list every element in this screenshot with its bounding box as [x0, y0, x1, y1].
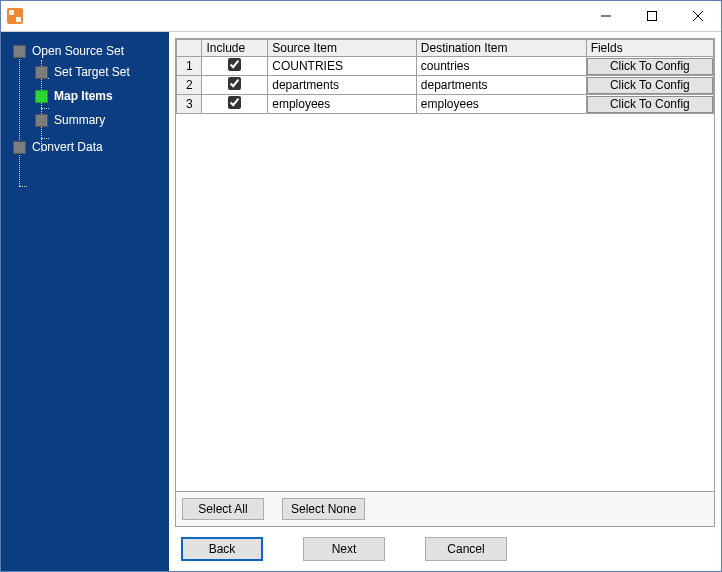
back-button[interactable]: Back	[181, 537, 263, 561]
step-label: Map Items	[54, 89, 113, 103]
step-label: Convert Data	[32, 140, 103, 154]
wizard-steps-sidebar: Open Source Set Set Target Set	[1, 32, 169, 571]
destination-item-cell[interactable]: departments	[416, 76, 586, 95]
select-none-button[interactable]: Select None	[282, 498, 365, 520]
col-source-item[interactable]: Source Item	[268, 40, 417, 57]
row-number[interactable]: 2	[177, 76, 202, 95]
table-row: 3 employees employees Click To Config	[177, 95, 714, 114]
svg-rect-1	[648, 12, 657, 21]
destination-item-cell[interactable]: countries	[416, 57, 586, 76]
titlebar	[1, 1, 721, 31]
grid-header-row: Include Source Item Destination Item Fie…	[177, 40, 714, 57]
cancel-button[interactable]: Cancel	[425, 537, 507, 561]
step-label: Open Source Set	[32, 44, 124, 58]
destination-item-cell[interactable]: employees	[416, 95, 586, 114]
step-map-items[interactable]: Map Items	[35, 87, 169, 105]
source-item-cell[interactable]: COUNTRIES	[268, 57, 417, 76]
include-cell[interactable]	[202, 57, 268, 76]
wizard-window: Open Source Set Set Target Set	[0, 0, 722, 572]
step-label: Set Target Set	[54, 65, 130, 79]
col-fields[interactable]: Fields	[586, 40, 713, 57]
source-item-cell[interactable]: employees	[268, 95, 417, 114]
step-marker-icon	[35, 90, 48, 103]
minimize-button[interactable]	[583, 1, 629, 31]
fields-cell: Click To Config	[586, 76, 713, 95]
wizard-nav: Back Next Cancel	[175, 527, 715, 561]
selection-bar: Select All Select None	[175, 492, 715, 527]
step-marker-icon	[13, 141, 26, 154]
step-open-source-set[interactable]: Open Source Set	[13, 42, 169, 60]
next-button[interactable]: Next	[303, 537, 385, 561]
app-icon	[7, 8, 23, 24]
close-button[interactable]	[675, 1, 721, 31]
table-row: 2 departments departments Click To Confi…	[177, 76, 714, 95]
step-marker-icon	[13, 45, 26, 58]
step-marker-icon	[35, 66, 48, 79]
row-number[interactable]: 3	[177, 95, 202, 114]
fields-cell: Click To Config	[586, 95, 713, 114]
grid-corner	[177, 40, 202, 57]
fields-cell: Click To Config	[586, 57, 713, 76]
step-set-target-set[interactable]: Set Target Set	[35, 63, 169, 81]
config-fields-button[interactable]: Click To Config	[587, 77, 713, 94]
step-marker-icon	[35, 114, 48, 127]
step-summary[interactable]: Summary	[35, 111, 169, 129]
include-checkbox[interactable]	[228, 58, 241, 71]
maximize-button[interactable]	[629, 1, 675, 31]
step-label: Summary	[54, 113, 105, 127]
select-all-button[interactable]: Select All	[182, 498, 264, 520]
col-destination-item[interactable]: Destination Item	[416, 40, 586, 57]
include-cell[interactable]	[202, 95, 268, 114]
col-include[interactable]: Include	[202, 40, 268, 57]
mapping-grid[interactable]: Include Source Item Destination Item Fie…	[175, 38, 715, 492]
step-convert-data[interactable]: Convert Data	[13, 138, 169, 156]
row-number[interactable]: 1	[177, 57, 202, 76]
source-item-cell[interactable]: departments	[268, 76, 417, 95]
table-row: 1 COUNTRIES countries Click To Config	[177, 57, 714, 76]
include-checkbox[interactable]	[228, 77, 241, 90]
include-checkbox[interactable]	[228, 96, 241, 109]
main-panel: Include Source Item Destination Item Fie…	[169, 32, 721, 571]
include-cell[interactable]	[202, 76, 268, 95]
config-fields-button[interactable]: Click To Config	[587, 58, 713, 75]
config-fields-button[interactable]: Click To Config	[587, 96, 713, 113]
